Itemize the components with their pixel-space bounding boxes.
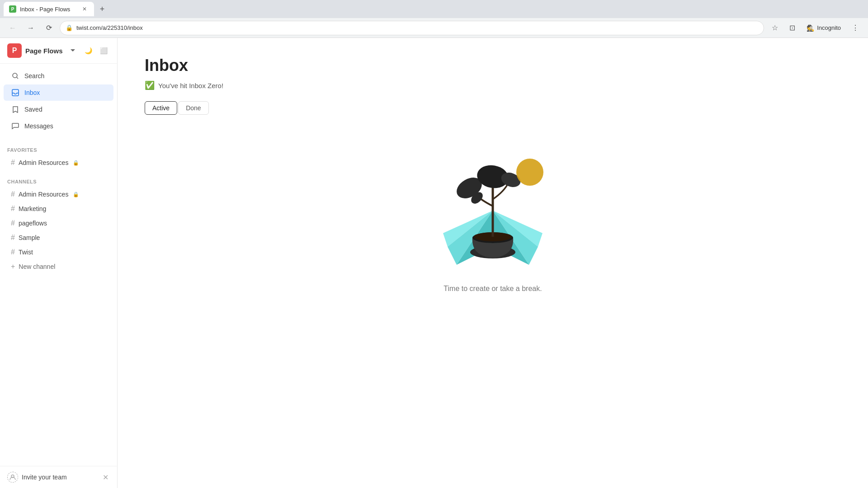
- zero-message-text: You've hit Inbox Zero!: [158, 82, 223, 89]
- toolbar-right: ☆ ⊡ 🕵️ Incognito ⋮: [768, 21, 863, 35]
- favorites-section: Favorites: [0, 138, 117, 155]
- channel-twist[interactable]: # Twist: [4, 245, 113, 259]
- messages-icon: [11, 122, 20, 131]
- incognito-button[interactable]: 🕵️ Incognito: [802, 23, 845, 33]
- page-title: Inbox: [145, 56, 841, 75]
- app-sidebar: P Page Flows 🌙 ⬜ Search: [0, 38, 118, 488]
- lock-icon: 🔒: [73, 160, 79, 166]
- bookmark-button[interactable]: ☆: [768, 21, 782, 35]
- plus-icon: +: [11, 263, 15, 271]
- channels-title: Channels: [7, 179, 37, 184]
- sidebar-item-search[interactable]: Search: [4, 68, 113, 84]
- saved-icon: [11, 105, 20, 114]
- sidebar-header-icons: 🌙 ⬜: [66, 44, 110, 57]
- favorites-title: Favorites: [7, 147, 37, 153]
- favorite-admin-resources-label: Admin Resources: [19, 159, 69, 166]
- refresh-button[interactable]: ⟳: [42, 21, 56, 35]
- forward-button[interactable]: →: [24, 21, 38, 35]
- svg-text:P: P: [11, 7, 14, 12]
- inbox-zero-message: ✅ You've hit Inbox Zero!: [145, 80, 841, 90]
- hash-icon: #: [11, 234, 15, 242]
- incognito-label: Incognito: [817, 24, 841, 31]
- check-icon: ✅: [145, 80, 155, 90]
- main-content: Inbox ✅ You've hit Inbox Zero! Active Do…: [118, 38, 868, 488]
- tab-favicon: P: [9, 5, 16, 13]
- tab-search-button[interactable]: ⊡: [785, 21, 799, 35]
- hash-icon: #: [11, 190, 15, 198]
- sidebar-item-messages[interactable]: Messages: [4, 118, 113, 134]
- menu-button[interactable]: ⋮: [848, 21, 863, 35]
- channel-marketing-label: Marketing: [19, 205, 46, 212]
- svg-line-3: [17, 77, 18, 79]
- hash-icon: #: [11, 159, 15, 167]
- channel-sample[interactable]: # Sample: [4, 231, 113, 244]
- hash-icon: #: [11, 219, 15, 227]
- hash-icon: #: [11, 248, 15, 256]
- illustration-area: Time to create or take a break.: [145, 129, 841, 293]
- channel-pageflows-label: pageflows: [19, 220, 47, 227]
- workspace-icon: P: [7, 43, 22, 58]
- inbox-zero-illustration: [420, 129, 565, 274]
- svg-rect-4: [12, 89, 19, 96]
- sidebar-footer: Invite your team ✕: [0, 466, 117, 488]
- url-text: twist.com/a/225310/inbox: [76, 24, 758, 31]
- inbox-icon: [11, 88, 20, 97]
- workspace-dropdown-button[interactable]: [66, 44, 79, 57]
- svg-point-2: [13, 73, 17, 78]
- tab-bar: Active Done: [145, 101, 841, 115]
- new-tab-button[interactable]: +: [96, 3, 108, 15]
- saved-label: Saved: [24, 106, 42, 113]
- tab-active[interactable]: Active: [145, 101, 177, 115]
- tab-done[interactable]: Done: [178, 101, 208, 115]
- svg-point-20: [516, 159, 543, 186]
- browser-content: P Page Flows 🌙 ⬜ Search: [0, 38, 868, 488]
- channel-marketing[interactable]: # Marketing: [4, 202, 113, 216]
- channel-pageflows[interactable]: # pageflows: [4, 216, 113, 230]
- search-icon: [11, 71, 20, 80]
- channel-admin-resources[interactable]: # Admin Resources 🔒: [4, 188, 113, 201]
- workspace-name: Page Flows: [25, 47, 63, 55]
- new-channel-label: New channel: [19, 263, 55, 270]
- invite-label: Invite your team: [22, 474, 97, 481]
- invite-close-button[interactable]: ✕: [101, 473, 110, 482]
- invite-icon: [7, 472, 18, 483]
- new-channel-button[interactable]: + New channel: [4, 260, 113, 273]
- browser-tab[interactable]: P Inbox - Page Flows ✕: [4, 2, 94, 16]
- browser-titlebar: P Inbox - Page Flows ✕ +: [0, 0, 868, 18]
- channel-twist-label: Twist: [19, 249, 33, 256]
- browser-frame: P Inbox - Page Flows ✕ + ← → ⟳ 🔒 twist.c…: [0, 0, 868, 488]
- dark-mode-button[interactable]: 🌙: [82, 44, 94, 57]
- channels-section: Channels: [0, 170, 117, 187]
- channel-admin-resources-label: Admin Resources: [19, 191, 69, 198]
- sidebar-header: P Page Flows 🌙 ⬜: [0, 38, 117, 64]
- lock-icon: 🔒: [73, 192, 79, 197]
- sidebar-nav: Search Inbox Saved: [0, 64, 117, 138]
- incognito-icon: 🕵️: [807, 24, 814, 32]
- back-button[interactable]: ←: [5, 21, 20, 35]
- browser-toolbar: ← → ⟳ 🔒 twist.com/a/225310/inbox ☆ ⊡ 🕵️ …: [0, 18, 868, 38]
- search-label: Search: [24, 72, 44, 80]
- security-lock-icon: 🔒: [66, 24, 73, 31]
- sidebar-item-saved[interactable]: Saved: [4, 101, 113, 117]
- layout-button[interactable]: ⬜: [97, 44, 110, 57]
- channel-sample-label: Sample: [19, 234, 40, 241]
- break-message: Time to create or take a break.: [443, 285, 542, 293]
- tab-close-button[interactable]: ✕: [80, 5, 89, 13]
- address-bar[interactable]: 🔒 twist.com/a/225310/inbox: [60, 21, 764, 35]
- tab-title: Inbox - Page Flows: [20, 6, 70, 13]
- messages-label: Messages: [24, 122, 53, 130]
- inbox-label: Inbox: [24, 89, 40, 96]
- favorite-admin-resources[interactable]: # Admin Resources 🔒: [4, 156, 113, 169]
- hash-icon: #: [11, 205, 15, 213]
- sidebar-item-inbox[interactable]: Inbox: [4, 84, 113, 101]
